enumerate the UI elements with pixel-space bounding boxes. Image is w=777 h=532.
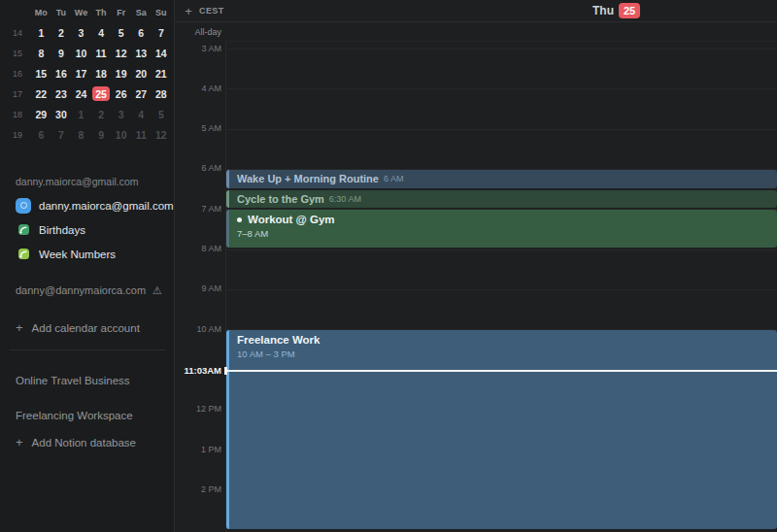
mini-calendar-day[interactable]: 10 xyxy=(111,124,131,145)
event[interactable]: Workout @ Gym7–8 AM xyxy=(226,210,777,248)
hour-label: 1 PM xyxy=(175,445,221,454)
mini-calendar-day[interactable]: 4 xyxy=(131,104,152,124)
mini-calendar-day[interactable]: 1 xyxy=(31,22,51,43)
mini-calendar-day-header: Th xyxy=(96,8,107,17)
calendar-label: Week Numbers xyxy=(39,249,116,260)
calendar-label: danny.maiorca@gmail.com xyxy=(39,200,174,212)
day-column[interactable]: Wake Up + Morning Routine6 AMCycle to th… xyxy=(226,0,777,532)
add-calendar-account-label: Add calendar account xyxy=(32,322,140,334)
mini-calendar-day-header: Tu xyxy=(56,8,66,17)
mini-calendar-day[interactable]: 5 xyxy=(111,22,131,43)
event-title: Wake Up + Morning Routine xyxy=(237,173,379,184)
mini-calendar-day[interactable]: 8 xyxy=(31,43,51,63)
event-title: Freelance Work xyxy=(237,334,320,346)
mini-calendar-day[interactable]: 13 xyxy=(131,43,152,63)
mini-calendar-day[interactable]: 11 xyxy=(131,124,152,145)
mini-calendar-day[interactable]: 27 xyxy=(131,83,152,104)
mini-calendar-day[interactable]: 5 xyxy=(152,104,172,124)
mini-calendar: MoTuWeThFrSaSu14123456715891011121314161… xyxy=(4,2,171,145)
week-number: 16 xyxy=(13,69,22,79)
mini-calendar-day[interactable]: 23 xyxy=(51,83,72,104)
secondary-account-email: danny@dannymaiorca.com xyxy=(16,284,146,296)
current-time-label: 11:03AM xyxy=(173,365,221,376)
calendar-list-item[interactable]: Week Numbers xyxy=(0,242,174,266)
new-event-button[interactable]: + xyxy=(181,3,196,18)
subscribed-calendar-icon xyxy=(16,224,31,235)
mini-calendar-day[interactable]: 9 xyxy=(91,124,112,145)
week-number: 15 xyxy=(13,49,22,58)
mini-calendar-day[interactable]: 9 xyxy=(51,43,72,63)
mini-calendar-day[interactable]: 28 xyxy=(152,83,172,104)
workspace-item[interactable]: Freelancing Workspace xyxy=(16,410,133,421)
event-title-row: Workout @ Gym xyxy=(237,214,769,225)
calendar-list-item[interactable]: danny.maiorca@gmail.com xyxy=(0,193,174,217)
mini-calendar-day[interactable]: 2 xyxy=(91,104,112,124)
event-title: Cycle to the Gym xyxy=(237,193,324,205)
mini-calendar-day[interactable]: 30 xyxy=(51,104,72,124)
add-calendar-account-button[interactable]: + Add calendar account xyxy=(16,320,140,335)
mini-calendar-day[interactable]: 6 xyxy=(131,22,152,43)
mini-calendar-day-header: Su xyxy=(155,8,167,17)
mini-calendar-day[interactable]: 4 xyxy=(91,22,112,43)
mini-calendar-day[interactable]: 17 xyxy=(71,63,91,83)
hour-label: 4 AM xyxy=(175,83,221,93)
hour-label: 3 AM xyxy=(175,44,221,53)
mini-calendar-day[interactable]: 8 xyxy=(71,124,91,145)
hour-label: 9 AM xyxy=(175,283,221,293)
mini-calendar-day-header: Fr xyxy=(117,8,125,17)
event[interactable]: Wake Up + Morning Routine6 AM xyxy=(226,170,777,188)
add-notion-database-button[interactable]: + Add Notion database xyxy=(16,435,136,449)
hour-label: 2 PM xyxy=(175,484,221,494)
mini-calendar-day[interactable]: 10 xyxy=(71,43,91,63)
event[interactable]: Freelance Work10 AM – 3 PM xyxy=(226,330,777,529)
mini-calendar-day[interactable]: 18 xyxy=(91,63,112,83)
add-notion-database-label: Add Notion database xyxy=(32,437,136,449)
mini-calendar-day[interactable]: 15 xyxy=(31,63,51,83)
mini-calendar-day[interactable]: 3 xyxy=(71,22,91,43)
calendar-color-swatch xyxy=(16,198,31,214)
mini-calendar-day[interactable]: 26 xyxy=(111,83,131,104)
account-email-header: danny.maiorca@gmail.com xyxy=(16,176,139,187)
event-time: 10 AM – 3 PM xyxy=(237,349,769,359)
plus-icon: + xyxy=(16,320,23,335)
mini-calendar-day[interactable]: 24 xyxy=(71,83,91,104)
sidebar: MoTuWeThFrSaSu14123456715891011121314161… xyxy=(0,0,175,532)
mini-calendar-day[interactable]: 21 xyxy=(152,63,172,83)
mini-calendar-day[interactable]: 7 xyxy=(152,22,172,43)
mini-calendar-day[interactable]: 6 xyxy=(31,124,51,145)
mini-calendar-day[interactable]: 29 xyxy=(31,104,51,124)
timezone-label[interactable]: CEST xyxy=(199,0,224,21)
hour-label: 5 AM xyxy=(175,123,221,133)
mini-calendar-day[interactable]: 14 xyxy=(152,43,172,63)
calendar-color-swatch xyxy=(18,249,29,259)
mini-calendar-day[interactable]: 12 xyxy=(111,43,131,63)
event[interactable]: Cycle to the Gym6:30 AM xyxy=(226,190,777,209)
mini-calendar-day[interactable]: 16 xyxy=(51,63,72,83)
mini-calendar-day[interactable]: 3 xyxy=(111,104,131,124)
mini-calendar-day[interactable]: 22 xyxy=(31,83,51,104)
mini-calendar-day[interactable]: 7 xyxy=(51,124,72,145)
event-title-row: Freelance Work xyxy=(237,334,769,346)
hour-label: 6 AM xyxy=(175,163,221,173)
mini-calendar-day[interactable]: 25 xyxy=(91,83,112,104)
all-day-label: All-day xyxy=(175,27,221,37)
calendar-list-item[interactable]: Birthdays xyxy=(0,217,174,242)
mini-calendar-day[interactable]: 19 xyxy=(111,63,131,83)
workspace-item[interactable]: Online Travel Business xyxy=(16,375,130,386)
secondary-account-row[interactable]: danny@dannymaiorca.com ⚠ xyxy=(16,284,162,296)
sidebar-divider xyxy=(10,349,166,350)
notion-calendar-app: MoTuWeThFrSaSu14123456715891011121314161… xyxy=(0,0,777,532)
hour-label: 7 AM xyxy=(175,204,221,214)
notion-bullet-icon xyxy=(237,217,242,222)
mini-calendar-day[interactable]: 12 xyxy=(152,124,172,145)
mini-calendar-day-header: Mo xyxy=(35,8,48,17)
mini-calendar-day[interactable]: 1 xyxy=(71,104,91,124)
mini-calendar-day[interactable]: 20 xyxy=(131,63,152,83)
calendar-color-swatch xyxy=(18,224,29,235)
week-number: 17 xyxy=(13,89,22,99)
week-number: 18 xyxy=(13,110,22,119)
mini-calendar-day[interactable]: 2 xyxy=(51,22,72,43)
mini-calendar-day[interactable]: 11 xyxy=(91,43,112,63)
event-time: 7–8 AM xyxy=(237,228,769,239)
calendar-list: danny.maiorca@gmail.comBirthdaysWeek Num… xyxy=(0,193,174,266)
